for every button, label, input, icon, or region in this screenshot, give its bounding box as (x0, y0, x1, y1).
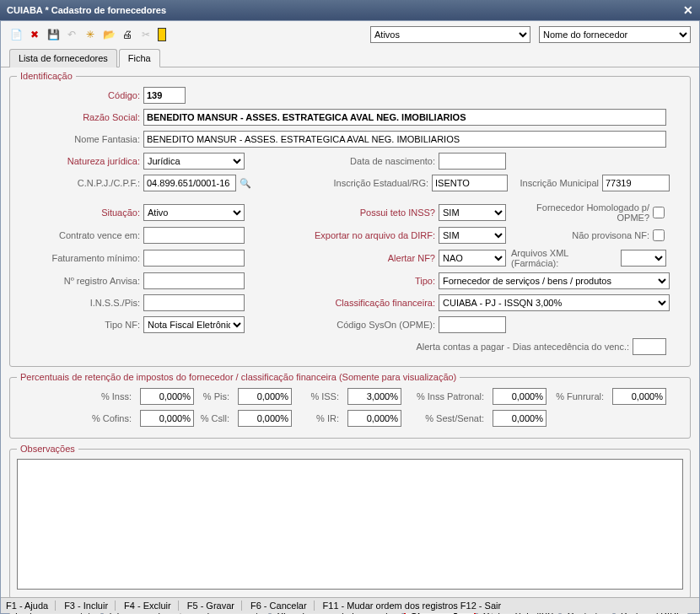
status-f3: F3 - Incluir (64, 601, 116, 611)
legend-observacoes: Observações (17, 444, 78, 454)
print-icon[interactable]: 🖨 (121, 28, 134, 41)
pct-sest-input (493, 410, 547, 427)
pct-pis-input (238, 388, 292, 405)
tab-lista[interactable]: Lista de fornecedores (9, 49, 117, 67)
insc-mun-label: Inscrição Municipal (508, 178, 602, 188)
fieldset-identificacao: Identificação Código: Razão Social: Nome… (9, 71, 691, 367)
inss-pis-label: I.N.S.S./Pis: (17, 298, 143, 308)
insc-est-input[interactable] (432, 175, 508, 191)
pct-inss-input (140, 388, 194, 405)
codigo-label: Código: (17, 90, 143, 100)
provisiona-checkbox[interactable] (653, 229, 665, 241)
inss-pis-input[interactable] (143, 294, 245, 311)
window-body: 📄 ✖ 💾 ↶ ✳ 📂 🖨 ✂ Ativos Nome do fornecedo… (0, 20, 700, 614)
homolog-checkbox[interactable] (653, 207, 665, 218)
pct-sest-label: % Sest/Senat: (407, 413, 487, 423)
provisiona-label: Não provisona NF: (506, 230, 653, 240)
pct-ir-input (347, 410, 401, 427)
pct-csll-input (238, 410, 292, 427)
pct-iss-input (347, 388, 401, 405)
status-f1: F1 - Ajuda (6, 601, 56, 611)
natureza-select[interactable]: Jurídica (143, 153, 245, 170)
homolog-label: Fornecedor Homologado p/ OPME? (506, 202, 653, 223)
pct-csll-label: % Csll: (199, 413, 233, 423)
status-f5: F5 - Gravar (187, 601, 242, 611)
nascimento-input[interactable] (439, 153, 506, 170)
undo-icon[interactable]: ↶ (65, 28, 78, 41)
status-f6: F6 - Cancelar (250, 601, 315, 611)
situacao-label: Situação: (17, 207, 143, 218)
save-icon[interactable]: 💾 (46, 28, 60, 41)
observacoes-textarea[interactable] (17, 459, 683, 590)
tipo-nf-select[interactable]: Nota Fiscal Eletrônic (143, 316, 245, 333)
status-filter-select[interactable]: Ativos (370, 26, 530, 43)
pct-funrural-label: % Funrural: (552, 391, 607, 401)
delete-icon[interactable]: ✖ (28, 28, 41, 41)
teto-inss-label: Possui teto INSS? (245, 207, 439, 218)
pct-inss-pat-input (493, 388, 547, 405)
xml-farm-select[interactable] (621, 250, 666, 267)
tipo-label: Tipo: (245, 276, 439, 286)
pct-inss-pat-label: % Inss Patronal: (407, 391, 487, 401)
window-title: CUIABA * Cadastro de fornecedores (7, 5, 166, 15)
fantasia-label: Nome Fantasia: (17, 134, 143, 144)
fantasia-input[interactable] (143, 131, 666, 148)
status-f4: F4 - Excluir (124, 601, 179, 611)
dirf-select[interactable]: SIM (439, 227, 506, 244)
top-tabs: Lista de fornecedores Ficha (1, 48, 699, 67)
situacao-select[interactable]: Ativo (143, 204, 245, 221)
pct-cofins-input (140, 410, 194, 427)
alertar-nf-select[interactable]: NAO (439, 250, 506, 267)
insc-mun-input[interactable] (602, 175, 670, 191)
pct-funrural-input (612, 388, 666, 405)
status-f11: F11 - Mudar ordem dos registros F12 - Sa… (323, 601, 509, 611)
faturamento-label: Faturamento mínimo: (17, 253, 143, 263)
syson-label: Código SysOn (OPME): (245, 320, 439, 330)
legend-percentuais: Percentuais de retenção de impostos do f… (17, 372, 460, 382)
class-fin-label: Classificação financeira: (245, 298, 439, 308)
exit-icon[interactable] (158, 28, 166, 41)
insc-est-label: Inscrição Estadual/RG: (255, 178, 432, 188)
natureza-label: Natureza jurídica: (17, 156, 143, 166)
alerta-contas-input[interactable] (633, 338, 666, 355)
contrato-label: Contrato vence em: (17, 230, 143, 240)
scissors-icon[interactable]: ✂ (139, 28, 153, 41)
class-fin-select[interactable]: CUIABA - PJ - ISSQN 3,00% (439, 294, 670, 311)
anvisa-input[interactable] (143, 272, 245, 289)
pct-inss-label: % Inss: (17, 391, 135, 401)
pct-iss-label: % ISS: (297, 391, 342, 401)
new-icon[interactable]: 📄 (9, 28, 23, 41)
title-bar: CUIABA * Cadastro de fornecedores ✕ (0, 0, 700, 20)
toolbar: 📄 ✖ 💾 ↶ ✳ 📂 🖨 ✂ Ativos Nome do fornecedo… (1, 21, 699, 48)
status-bar: F1 - Ajuda F3 - Incluir F4 - Excluir F5 … (1, 597, 699, 613)
nascimento-label: Data de nascimento: (245, 156, 439, 166)
razao-input[interactable] (143, 109, 666, 126)
syson-input[interactable] (439, 316, 506, 333)
fieldset-percentuais: Percentuais de retenção de impostos do f… (9, 372, 691, 439)
form-area: Identificação Código: Razão Social: Nome… (1, 67, 699, 607)
close-icon[interactable]: ✕ (683, 3, 693, 17)
alerta-contas-label: Alerta contas a pagar - Dias antecedênci… (245, 342, 633, 352)
razao-label: Razão Social: (17, 112, 143, 122)
legend-identificacao: Identificação (17, 71, 76, 81)
anvisa-label: Nº registro Anvisa: (17, 276, 143, 286)
pct-cofins-label: % Cofins: (17, 413, 135, 423)
dirf-label: Exportar no arquivo da DIRF: (245, 230, 439, 240)
cnpj-label: C.N.P.J./C.P.F.: (17, 178, 143, 188)
faturamento-input[interactable] (143, 250, 245, 267)
xml-farm-label: Arquivos XML (Farmácia): (506, 248, 621, 268)
cnpj-input[interactable] (143, 175, 236, 191)
sort-filter-select[interactable]: Nome do fornecedor (539, 26, 691, 43)
alertar-nf-label: Alertar NF? (245, 253, 439, 263)
tab-ficha[interactable]: Ficha (119, 49, 160, 67)
bug-icon[interactable]: ✳ (83, 28, 97, 41)
teto-inss-select[interactable]: SIM (439, 204, 506, 221)
codigo-input[interactable] (143, 87, 186, 104)
folder-icon[interactable]: 📂 (102, 28, 116, 41)
contrato-input[interactable] (143, 227, 245, 244)
tipo-nf-label: Tipo NF: (17, 320, 143, 330)
fieldset-observacoes: Observações (9, 444, 691, 599)
pct-ir-label: % IR: (297, 413, 342, 423)
tipo-select[interactable]: Fornecedor de serviços / bens / produtos (439, 272, 670, 289)
search-cnpj-icon[interactable]: 🔍 (240, 178, 251, 189)
